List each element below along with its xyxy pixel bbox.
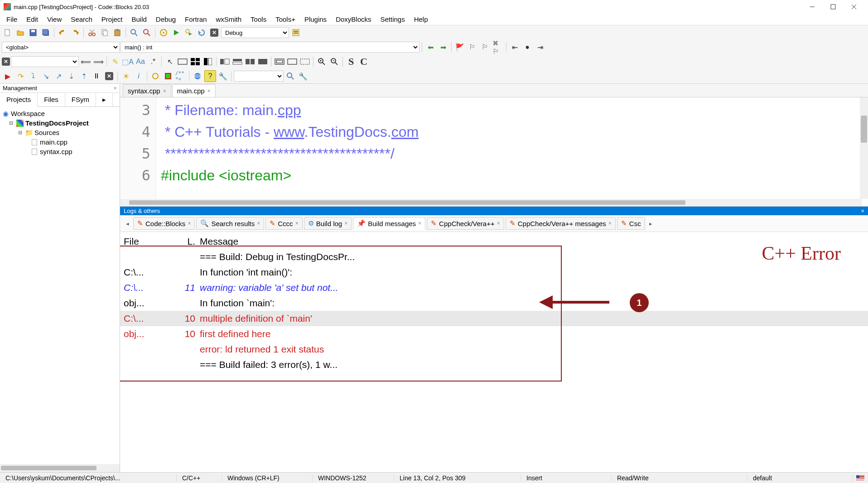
stop-icon[interactable]: ✕	[103, 70, 115, 82]
zoom-out-icon[interactable]	[328, 56, 340, 68]
close-button[interactable]	[844, 0, 864, 14]
menu-settings[interactable]: Settings	[376, 14, 409, 24]
c-icon[interactable]: C	[358, 56, 370, 68]
tree-sources[interactable]: ⊟ 📁 Sources	[2, 128, 118, 137]
menu-file[interactable]: File	[2, 14, 22, 24]
log-tab-codeblocks[interactable]: ✎Code::Blocks×	[133, 217, 195, 230]
log-tab-cccc[interactable]: ✎Cccc×	[265, 217, 302, 230]
match-case-icon[interactable]: Aa	[135, 56, 146, 68]
mgmt-tab-files[interactable]: Files	[38, 93, 65, 106]
tab-close-icon[interactable]: ×	[344, 220, 347, 227]
bookmark-prev-icon[interactable]: 🏳	[467, 41, 478, 53]
logs-scroll-left-icon[interactable]: ◂	[123, 220, 132, 227]
cut-icon[interactable]	[86, 27, 98, 39]
logs-close-icon[interactable]: ×	[861, 208, 864, 214]
s-icon[interactable]: S	[345, 56, 357, 68]
log-row[interactable]: error: ld returned 1 exit status	[120, 342, 868, 357]
abort-icon[interactable]: ✕	[208, 27, 220, 39]
log-file[interactable]: C:\...	[124, 311, 178, 326]
log-msg[interactable]: multiple definition of `main'	[200, 311, 864, 326]
regex-icon[interactable]: .*	[147, 56, 159, 68]
copy-icon[interactable]	[99, 27, 111, 39]
log-line[interactable]	[178, 295, 200, 311]
maximize-button[interactable]	[823, 0, 844, 14]
run-icon[interactable]	[170, 27, 182, 39]
menu-project[interactable]: Project	[97, 14, 127, 24]
wrench-icon[interactable]: 🔧	[217, 70, 229, 82]
nav-fwd-icon[interactable]: ➡	[437, 41, 449, 53]
mgmt-tab-fsym[interactable]: FSym	[65, 93, 96, 106]
search-combo[interactable]	[11, 56, 79, 67]
box1-icon[interactable]	[274, 56, 285, 68]
menu-edit[interactable]: Edit	[22, 14, 43, 24]
doxy-extract-icon[interactable]	[162, 70, 174, 82]
log-file[interactable]: obj...	[124, 295, 178, 311]
mgmt-tab-more[interactable]: ▸	[96, 93, 113, 106]
log-msg[interactable]: === Build failed: 3 error(s), 1 w...	[200, 357, 864, 372]
tab-close-icon[interactable]: ×	[418, 220, 421, 227]
menu-view[interactable]: View	[43, 14, 66, 24]
log-line[interactable]	[178, 265, 200, 280]
tab-close-icon[interactable]: ×	[257, 220, 260, 227]
log-line[interactable]: 11	[178, 280, 200, 295]
build-run-icon[interactable]	[183, 27, 195, 39]
clear-search-icon[interactable]: ✕	[2, 58, 10, 66]
search-next-icon[interactable]: ⟹	[92, 56, 104, 68]
log-tab-buildmsg[interactable]: 📌Build messages×	[353, 217, 425, 230]
menu-wxsmith[interactable]: wxSmith	[211, 14, 246, 24]
expand-icon[interactable]: ⊟	[18, 130, 24, 135]
log-row[interactable]: C:\...In function 'int main()':	[120, 265, 868, 280]
grid2v-icon[interactable]	[202, 56, 214, 68]
log-file[interactable]: obj...	[124, 326, 178, 342]
menu-doxyblocks[interactable]: DoxyBlocks	[331, 14, 376, 24]
nav-back-icon[interactable]: ⬅	[424, 41, 436, 53]
step-out-icon[interactable]: ↗	[53, 70, 64, 82]
menu-build[interactable]: Build	[127, 14, 151, 24]
log-line[interactable]	[178, 342, 200, 357]
target-settings-icon[interactable]	[290, 27, 302, 39]
code-editor[interactable]: 3456 * Filename: main.cpp * C++ Tutorial…	[120, 97, 868, 206]
select-text-icon[interactable]: ⬚A	[122, 56, 134, 68]
box2-icon[interactable]	[286, 56, 298, 68]
step-into-icon[interactable]: ↘	[40, 70, 52, 82]
log-msg[interactable]: warning: variable 'a' set but not...	[200, 280, 864, 295]
bookmark-toggle-icon[interactable]: 🚩	[454, 41, 466, 53]
code-content[interactable]: * Filename: main.cpp * C++ Tutorials - w…	[156, 97, 423, 206]
log-file[interactable]	[124, 357, 178, 372]
editor-vscroll[interactable]	[860, 97, 868, 199]
log-row[interactable]: C:\...11warning: variable 'a' set but no…	[120, 280, 868, 295]
cursor-icon[interactable]: ↖	[164, 56, 176, 68]
mgmt-hscroll[interactable]	[0, 464, 120, 472]
log-row[interactable]: === Build failed: 3 error(s), 1 w...	[120, 357, 868, 372]
log-msg[interactable]: first defined here	[200, 326, 864, 342]
log-row[interactable]: obj...In function `main':	[120, 295, 868, 311]
log-line[interactable]: 10	[178, 326, 200, 342]
log-row[interactable]: === Build: Debug in TestingDocsPr...	[120, 249, 868, 265]
save-icon[interactable]	[27, 27, 39, 39]
doxy-block-icon[interactable]: /** *<	[175, 70, 187, 82]
paste-icon[interactable]	[111, 27, 123, 39]
log-msg[interactable]: error: ld returned 1 exit status	[200, 342, 864, 357]
redo-icon[interactable]	[69, 27, 81, 39]
new-file-icon[interactable]	[2, 27, 14, 39]
mgmt-tab-projects[interactable]: Projects	[0, 93, 38, 107]
help2-icon[interactable]: ?	[204, 70, 216, 82]
jump-back-icon[interactable]: ⇤	[509, 41, 521, 53]
log-tab-cppcheckmsg[interactable]: ✎CppCheck/Vera++ messages×	[506, 217, 616, 230]
menu-search[interactable]: Search	[66, 14, 97, 24]
record-icon[interactable]: ●	[521, 41, 533, 53]
undo-icon[interactable]	[57, 27, 68, 39]
log-msg[interactable]: In function `main':	[200, 295, 864, 311]
log-tab-search[interactable]: 🔍Search results×	[196, 217, 264, 230]
log-file[interactable]: C:\...	[124, 280, 178, 295]
layout3-icon[interactable]	[244, 56, 256, 68]
find-icon[interactable]	[128, 27, 140, 39]
jump-fwd-icon[interactable]: ⇥	[534, 41, 546, 53]
browser-icon[interactable]	[192, 70, 203, 82]
menu-toolsplus[interactable]: Tools+	[271, 14, 300, 24]
tab-close-icon[interactable]: ×	[207, 88, 211, 94]
rebuild-icon[interactable]	[196, 27, 207, 39]
run-to-cursor-icon[interactable]: ↷	[14, 70, 26, 82]
tree-project[interactable]: ⊟ TestingDocsProject	[2, 118, 118, 128]
editor-tab-syntax[interactable]: syntax.cpp ×	[123, 84, 171, 97]
